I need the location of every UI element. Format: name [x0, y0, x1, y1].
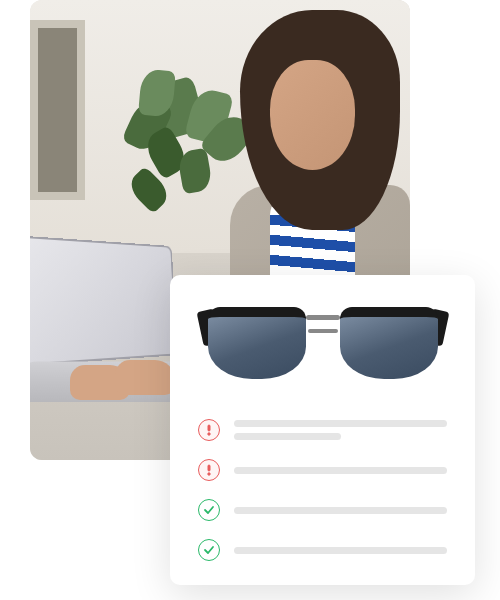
- photo-picture-frame: [30, 20, 85, 200]
- photo-hands: [70, 360, 170, 410]
- sunglasses-icon: [208, 307, 438, 392]
- checklist-row: [198, 419, 447, 441]
- checklist-row: [198, 539, 447, 561]
- photo-laptop-screen: [30, 235, 177, 367]
- skeleton-text: [234, 420, 447, 440]
- warning-icon: [198, 419, 220, 441]
- checkmark-icon: [198, 539, 220, 561]
- checkmark-icon: [198, 499, 220, 521]
- checklist-row: [198, 459, 447, 481]
- svg-rect-1: [208, 425, 210, 431]
- checklist: [198, 419, 447, 561]
- skeleton-text: [234, 467, 447, 474]
- svg-rect-3: [208, 465, 210, 471]
- svg-point-2: [208, 473, 210, 475]
- warning-icon: [198, 459, 220, 481]
- svg-point-0: [208, 433, 210, 435]
- checklist-row: [198, 499, 447, 521]
- skeleton-text: [234, 547, 447, 554]
- product-image: [198, 299, 447, 399]
- product-checklist-card: [170, 275, 475, 585]
- skeleton-text: [234, 507, 447, 514]
